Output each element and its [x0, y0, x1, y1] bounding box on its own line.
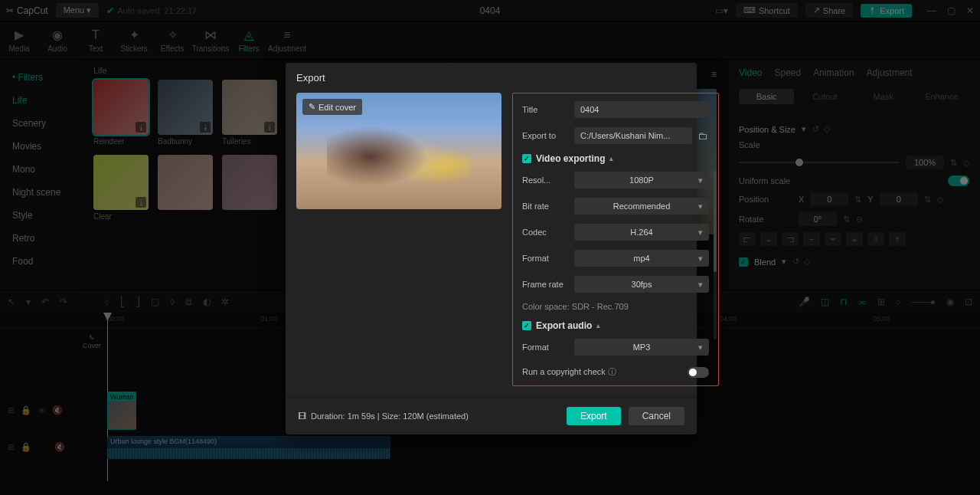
export-settings-panel: Title Export to 🗀 ✓Video exporting ▴ Res…	[512, 93, 719, 386]
info-icon[interactable]: ⓘ	[608, 367, 616, 376]
audio-section-label: Export audio	[536, 320, 592, 331]
folder-icon[interactable]: 🗀	[695, 129, 709, 143]
colorspace-text: Color space: SDR - Rec.709	[522, 302, 709, 311]
aformat-select[interactable]: MP3	[574, 339, 709, 356]
video-export-check[interactable]: ✓	[522, 154, 531, 163]
copyright-toggle[interactable]	[688, 367, 709, 378]
copyright-label: Run a copyright check	[522, 367, 606, 376]
cover-preview: ✎ Edit cover	[296, 93, 501, 209]
format-label: Format	[522, 254, 574, 263]
resolution-label: Resol...	[522, 175, 574, 185]
fps-select[interactable]: 30fps	[574, 276, 709, 293]
audio-export-check[interactable]: ✓	[522, 321, 531, 330]
film-icon: 🎞	[298, 411, 306, 421]
format-select[interactable]: mp4	[574, 250, 709, 267]
codec-select[interactable]: H.264	[574, 224, 709, 241]
aformat-label: Format	[522, 343, 574, 352]
bitrate-select[interactable]: Recommended	[574, 198, 709, 215]
modal-title: Export	[286, 63, 697, 93]
codec-label: Codec	[522, 228, 574, 237]
cancel-button[interactable]: Cancel	[629, 407, 684, 425]
duration-info: 🎞Duration: 1m 59s | Size: 120M (estimate…	[298, 411, 469, 421]
exportto-input[interactable]	[574, 127, 692, 144]
modal-scrollbar[interactable]	[714, 170, 717, 339]
resolution-select[interactable]: 1080P	[574, 172, 709, 188]
edit-cover-button[interactable]: ✎ Edit cover	[302, 99, 362, 115]
fps-label: Frame rate	[522, 280, 574, 289]
title-input[interactable]	[574, 101, 709, 118]
export-confirm-button[interactable]: Export	[567, 407, 621, 425]
export-modal: Export ✎ Edit cover Title Export to 🗀 ✓V…	[286, 63, 697, 434]
video-section-label: Video exporting	[536, 153, 605, 164]
title-field-label: Title	[522, 105, 574, 114]
exportto-label: Export to	[522, 131, 574, 140]
bitrate-label: Bit rate	[522, 202, 574, 211]
